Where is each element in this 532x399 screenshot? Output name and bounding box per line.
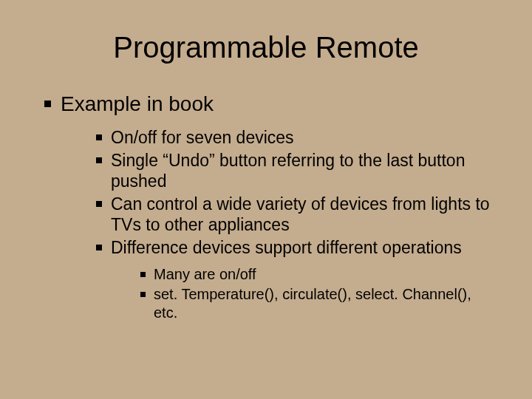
bullet-text: On/off for seven devices: [111, 128, 294, 147]
list-item: On/off for seven devices: [96, 127, 497, 148]
bullet-text: Single “Undo” button referring to the la…: [111, 151, 465, 191]
bullet-text: Example in book: [61, 92, 214, 115]
list-item: Difference devices support different ope…: [96, 237, 497, 322]
bullet-text: set. Temperature(), circulate(), select.…: [154, 286, 471, 321]
slide-title: Programmable Remote: [35, 31, 497, 64]
bullet-text: Difference devices support different ope…: [111, 238, 462, 257]
bullet-list-level-1: Example in book On/off for seven devices…: [35, 91, 497, 322]
list-item: Many are on/off: [140, 265, 497, 284]
bullet-list-level-3: Many are on/off set. Temperature(), circ…: [111, 265, 497, 322]
bullet-list-level-2: On/off for seven devices Single “Undo” b…: [61, 127, 497, 322]
list-item: Can control a wide variety of devices fr…: [96, 194, 497, 235]
bullet-text: Many are on/off: [154, 266, 256, 282]
list-item: Single “Undo” button referring to the la…: [96, 150, 497, 191]
list-item: set. Temperature(), circulate(), select.…: [140, 285, 497, 322]
slide: Programmable Remote Example in book On/o…: [0, 0, 532, 399]
bullet-text: Can control a wide variety of devices fr…: [111, 194, 490, 234]
list-item: Example in book On/off for seven devices…: [44, 91, 497, 322]
